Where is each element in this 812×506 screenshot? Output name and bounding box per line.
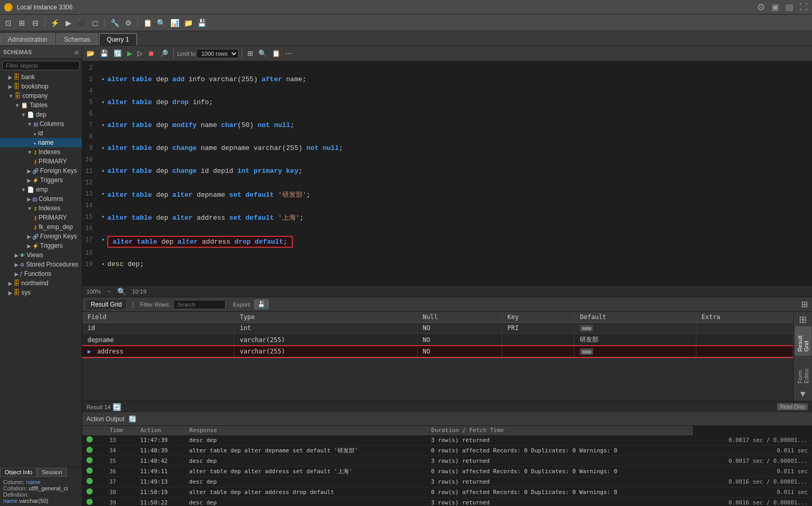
stop-btn[interactable]: ⏹ xyxy=(146,48,157,58)
ah-action: Action xyxy=(136,426,185,435)
result-grid-right-tab[interactable]: Result Grid xyxy=(795,326,811,356)
refresh-results-btn[interactable]: 🔄 xyxy=(113,403,121,411)
code-line-11: 11 • alter table dep change id depid int… xyxy=(82,167,812,178)
action-num: 38 xyxy=(105,487,136,498)
sidebar-item-bookshop[interactable]: ▶ 🗄 bookshop xyxy=(0,82,82,91)
sidebar-item-company[interactable]: ▼ 🗄 company xyxy=(0,91,82,100)
action-text: alter table dep alter address set defaul… xyxy=(185,466,427,477)
scroll-down-btn[interactable]: ▼ xyxy=(799,389,807,399)
toolbar-btn-9[interactable]: ⚙ xyxy=(122,17,134,29)
sidebar-collapse-btn[interactable]: « xyxy=(74,48,79,56)
action-output-toolbar: Action Output 🔄 xyxy=(82,412,812,426)
toolbar-btn-7[interactable]: ◻ xyxy=(89,17,102,29)
limit-select[interactable]: 1000 rows 500 rows 2000 rows xyxy=(196,49,239,58)
toolbar-btn-8[interactable]: 🔧 xyxy=(108,17,121,29)
more-btn[interactable]: ⋯ xyxy=(283,48,294,58)
sidebar-item-views[interactable]: ▶ 👁 Views xyxy=(0,250,82,260)
sidebar-item-emp-columns[interactable]: ▶ ▤ Columns xyxy=(0,194,82,204)
tab-administration[interactable]: Administration xyxy=(0,33,55,45)
action-output-table-container: Time Action Response Duration / Fetch Ti… xyxy=(82,426,812,506)
sidebar-item-emp-indexes[interactable]: ▼ ⚷ Indexes xyxy=(0,204,82,213)
sidebar-item-bank[interactable]: ▶ 🗄 bank xyxy=(0,72,82,82)
refresh-btn[interactable]: 🔃 xyxy=(111,48,124,58)
obj-info-tab-session[interactable]: Session xyxy=(37,467,67,477)
action-response: 3 row(s) returned xyxy=(427,456,693,466)
action-output-table: Time Action Response Duration / Fetch Ti… xyxy=(82,426,812,506)
sidebar-item-indexes[interactable]: ▼ ⚷ Indexes xyxy=(0,147,82,157)
tab-query1[interactable]: Query 1 xyxy=(99,33,137,45)
sidebar-item-name[interactable]: ⬥ name xyxy=(0,138,82,147)
code-editor[interactable]: 2 3 • alter table dep add info varchar(2… xyxy=(82,61,812,285)
form-editor-tab[interactable]: Form Editor xyxy=(795,357,811,387)
filter-rows-input[interactable] xyxy=(173,300,226,309)
action-duration: 0.011 sec xyxy=(692,487,812,498)
sidebar-item-dep[interactable]: ▼ 📄 dep xyxy=(0,110,82,119)
column-info: Column: name xyxy=(3,479,79,485)
sidebar-item-northwind[interactable]: ▶ 🗄 northwind xyxy=(0,279,82,288)
cell-key xyxy=(502,334,574,346)
explain-btn[interactable]: 🔎 xyxy=(158,48,170,58)
action-output-refresh[interactable]: 🔄 xyxy=(129,415,136,423)
sidebar-item-fk-emp-dep[interactable]: ⚷ fk_emp_dep xyxy=(0,222,82,232)
find-btn[interactable]: 🔍 xyxy=(256,48,269,58)
action-text: desc dep xyxy=(185,435,427,446)
save-file-btn[interactable]: 💾 xyxy=(98,48,110,58)
action-duration: 0.011 sec xyxy=(692,466,812,477)
toolbar-btn-6[interactable]: ⬛ xyxy=(76,17,88,29)
chevron-right-icon: ▶ xyxy=(8,74,13,80)
sidebar-item-emp-fk[interactable]: ▶ 🔗 Foreign Keys xyxy=(0,232,82,241)
sidebar-item-columns[interactable]: ▼ ▤ Columns xyxy=(0,119,82,129)
sidebar-item-primary[interactable]: ⚷ PRIMARY xyxy=(0,157,82,166)
grid-icon[interactable]: ⊞ xyxy=(799,314,807,325)
code-line-12: 12 xyxy=(82,178,812,189)
chevron-right-icon: ▶ xyxy=(27,243,31,249)
code-line-8: 8 xyxy=(82,132,812,144)
sidebar-item-triggers[interactable]: ▶ ⚡ Triggers xyxy=(0,175,82,185)
sidebar-item-fk[interactable]: ▶ 🔗 Foreign Keys xyxy=(0,166,82,175)
grid-view-btn[interactable]: ⊞ xyxy=(801,299,808,309)
schema-btn[interactable]: 📋 xyxy=(270,48,282,58)
action-num: 35 xyxy=(105,456,136,466)
sidebar-item-stored-procs[interactable]: ▶ ⚙ Stored Procedures xyxy=(0,260,82,269)
sidebar-filter-input[interactable] xyxy=(2,61,80,70)
toolbar-btn-1[interactable]: ⊡ xyxy=(2,17,15,29)
toolbar-btn-2[interactable]: ⊞ xyxy=(16,17,28,29)
action-duration: 0.011 sec xyxy=(692,446,812,456)
toolbar-btn-3[interactable]: ⊟ xyxy=(29,17,42,29)
action-response: 3 row(s) returned xyxy=(427,435,693,446)
sidebar-filter xyxy=(2,61,80,70)
sidebar-item-emp-primary[interactable]: ⚷ PRIMARY xyxy=(0,213,82,222)
sidebar-item-emp[interactable]: ▼ 📄 emp xyxy=(0,185,82,194)
sidebar-item-sys[interactable]: ▶ 🗄 sys xyxy=(0,288,82,297)
table-row: ▶ address varchar(255) NO ■■■ xyxy=(82,346,793,357)
open-file-btn[interactable]: 📂 xyxy=(84,48,97,58)
obj-info-tab-object[interactable]: Object Info xyxy=(0,467,37,477)
toolbar-btn-4[interactable]: ⚡ xyxy=(48,17,61,29)
toolbar-btn-10[interactable]: 📋 xyxy=(141,17,154,29)
toolbar-btn-13[interactable]: 📁 xyxy=(182,17,194,29)
ah-time: Time xyxy=(105,426,136,435)
format-btn[interactable]: ⊞ xyxy=(245,48,255,58)
zoom-icon[interactable]: 🔍 xyxy=(117,287,126,296)
result-grid-tab[interactable]: Result Grid xyxy=(86,300,126,309)
tab-schemas[interactable]: Schemas xyxy=(56,33,98,45)
title-bar: Local Instance 3306 ⚙ ▣ ▤ ⛶ xyxy=(0,0,812,15)
export-btn[interactable]: 💾 xyxy=(254,299,269,309)
action-text: alter table dep alter depname set defaul… xyxy=(185,446,427,456)
toolbar-btn-12[interactable]: 📊 xyxy=(168,17,181,29)
toolbar-btn-14[interactable]: 💾 xyxy=(195,17,208,29)
col-key: Key xyxy=(502,312,574,323)
toolbar-btn-11[interactable]: 🔍 xyxy=(155,17,167,29)
sidebar-item-tables[interactable]: ▼ 📋 Tables xyxy=(0,100,82,110)
run-btn[interactable]: ▶ xyxy=(125,48,134,58)
sidebar-item-id[interactable]: ⬥ id xyxy=(0,129,82,138)
run-selected-btn[interactable]: ▷ xyxy=(135,48,145,58)
action-response: 0 row(s) affected Records: 0 Duplicates:… xyxy=(427,487,693,498)
code-line-7: 7 • alter table dep modify name char(50)… xyxy=(82,121,812,132)
sidebar-item-emp-triggers[interactable]: ▶ ⚡ Triggers xyxy=(0,241,82,250)
cell-field: ▶ address xyxy=(82,346,234,357)
action-row: 39 11:50:22 desc dep 3 row(s) returned 0… xyxy=(82,498,812,507)
sidebar-item-functions[interactable]: ▶ ƒ Functions xyxy=(0,269,82,279)
sidebar-header: SCHEMAS « xyxy=(0,46,82,59)
toolbar-btn-5[interactable]: ▶ xyxy=(62,17,74,29)
